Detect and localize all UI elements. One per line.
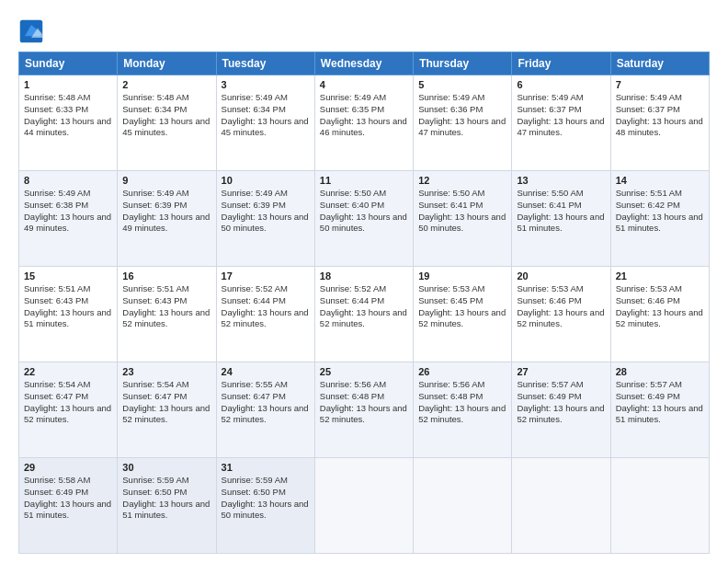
day-number: 12: [418, 175, 506, 186]
day-number: 3: [222, 79, 310, 90]
day-number: 1: [24, 79, 112, 90]
calendar-cell: 4Sunrise: 5:49 AMSunset: 6:35 PMDaylight…: [314, 75, 413, 171]
cell-content: Sunrise: 5:54 AMSunset: 6:47 PMDaylight:…: [24, 379, 112, 426]
cell-content: Sunrise: 5:49 AMSunset: 6:37 PMDaylight:…: [517, 92, 605, 139]
calendar-header-row: SundayMondayTuesdayWednesdayThursdayFrid…: [19, 52, 710, 75]
day-number: 8: [24, 175, 112, 186]
calendar-cell: 2Sunrise: 5:48 AMSunset: 6:34 PMDaylight…: [118, 75, 216, 171]
calendar-cell: 13Sunrise: 5:50 AMSunset: 6:41 PMDayligh…: [512, 171, 610, 267]
cell-content: Sunrise: 5:59 AMSunset: 6:50 PMDaylight:…: [122, 475, 210, 522]
cell-content: Sunrise: 5:58 AMSunset: 6:49 PMDaylight:…: [24, 475, 112, 522]
calendar-cell: 9Sunrise: 5:49 AMSunset: 6:39 PMDaylight…: [118, 171, 216, 267]
calendar-cell: [610, 458, 709, 554]
calendar-cell: 6Sunrise: 5:49 AMSunset: 6:37 PMDaylight…: [512, 75, 610, 171]
calendar-header-thursday: Thursday: [414, 52, 512, 75]
calendar-table: SundayMondayTuesdayWednesdayThursdayFrid…: [18, 52, 710, 554]
cell-content: Sunrise: 5:52 AMSunset: 6:44 PMDaylight:…: [320, 283, 408, 330]
calendar-cell: 10Sunrise: 5:49 AMSunset: 6:39 PMDayligh…: [216, 171, 314, 267]
day-number: 17: [222, 270, 310, 282]
day-number: 26: [418, 366, 506, 377]
cell-content: Sunrise: 5:49 AMSunset: 6:37 PMDaylight:…: [616, 92, 704, 139]
calendar-cell: [314, 458, 413, 554]
cell-content: Sunrise: 5:51 AMSunset: 6:43 PMDaylight:…: [24, 283, 112, 330]
cell-content: Sunrise: 5:53 AMSunset: 6:45 PMDaylight:…: [418, 283, 506, 330]
calendar-header-saturday: Saturday: [610, 52, 709, 75]
calendar-cell: 30Sunrise: 5:59 AMSunset: 6:50 PMDayligh…: [118, 458, 216, 554]
day-number: 6: [517, 79, 605, 90]
cell-content: Sunrise: 5:50 AMSunset: 6:40 PMDaylight:…: [320, 188, 408, 235]
day-number: 29: [24, 462, 112, 473]
calendar-cell: 17Sunrise: 5:52 AMSunset: 6:44 PMDayligh…: [216, 267, 314, 362]
cell-content: Sunrise: 5:49 AMSunset: 6:39 PMDaylight:…: [122, 188, 210, 235]
calendar-header-tuesday: Tuesday: [216, 52, 314, 75]
calendar-cell: 8Sunrise: 5:49 AMSunset: 6:38 PMDaylight…: [19, 171, 118, 267]
day-number: 23: [122, 366, 210, 377]
calendar-cell: 27Sunrise: 5:57 AMSunset: 6:49 PMDayligh…: [512, 362, 610, 458]
cell-content: Sunrise: 5:53 AMSunset: 6:46 PMDaylight:…: [616, 283, 704, 330]
day-number: 30: [122, 462, 210, 473]
calendar-cell: 5Sunrise: 5:49 AMSunset: 6:36 PMDaylight…: [414, 75, 512, 171]
cell-content: Sunrise: 5:55 AMSunset: 6:47 PMDaylight:…: [222, 379, 310, 426]
calendar-header-friday: Friday: [512, 52, 610, 75]
cell-content: Sunrise: 5:54 AMSunset: 6:47 PMDaylight:…: [122, 379, 210, 426]
calendar-header-monday: Monday: [118, 52, 216, 75]
cell-content: Sunrise: 5:56 AMSunset: 6:48 PMDaylight:…: [418, 379, 506, 426]
cell-content: Sunrise: 5:50 AMSunset: 6:41 PMDaylight:…: [418, 188, 506, 235]
calendar-header-wednesday: Wednesday: [314, 52, 413, 75]
cell-content: Sunrise: 5:49 AMSunset: 6:36 PMDaylight:…: [418, 92, 506, 139]
day-number: 2: [122, 79, 210, 90]
calendar-week-row: 8Sunrise: 5:49 AMSunset: 6:38 PMDaylight…: [19, 171, 710, 267]
cell-content: Sunrise: 5:57 AMSunset: 6:49 PMDaylight:…: [616, 379, 704, 426]
calendar-cell: 12Sunrise: 5:50 AMSunset: 6:41 PMDayligh…: [414, 171, 512, 267]
cell-content: Sunrise: 5:49 AMSunset: 6:38 PMDaylight:…: [24, 188, 112, 235]
day-number: 19: [418, 270, 506, 282]
page: SundayMondayTuesdayWednesdayThursdayFrid…: [0, 0, 728, 563]
calendar-cell: 7Sunrise: 5:49 AMSunset: 6:37 PMDaylight…: [610, 75, 709, 171]
calendar-cell: 26Sunrise: 5:56 AMSunset: 6:48 PMDayligh…: [414, 362, 512, 458]
calendar-cell: [512, 458, 610, 554]
day-number: 7: [616, 79, 704, 90]
day-number: 28: [616, 366, 704, 377]
calendar-cell: 23Sunrise: 5:54 AMSunset: 6:47 PMDayligh…: [118, 362, 216, 458]
calendar-cell: 16Sunrise: 5:51 AMSunset: 6:43 PMDayligh…: [118, 267, 216, 362]
cell-content: Sunrise: 5:49 AMSunset: 6:35 PMDaylight:…: [320, 92, 408, 139]
day-number: 25: [320, 366, 408, 377]
day-number: 11: [320, 175, 408, 186]
cell-content: Sunrise: 5:56 AMSunset: 6:48 PMDaylight:…: [320, 379, 408, 426]
cell-content: Sunrise: 5:48 AMSunset: 6:34 PMDaylight:…: [122, 92, 210, 139]
calendar-cell: 11Sunrise: 5:50 AMSunset: 6:40 PMDayligh…: [314, 171, 413, 267]
cell-content: Sunrise: 5:51 AMSunset: 6:42 PMDaylight:…: [616, 188, 704, 235]
day-number: 27: [517, 366, 605, 377]
logo: [18, 18, 48, 44]
cell-content: Sunrise: 5:49 AMSunset: 6:34 PMDaylight:…: [222, 92, 310, 139]
cell-content: Sunrise: 5:48 AMSunset: 6:33 PMDaylight:…: [24, 92, 112, 139]
calendar-cell: 15Sunrise: 5:51 AMSunset: 6:43 PMDayligh…: [19, 267, 118, 362]
calendar-cell: 28Sunrise: 5:57 AMSunset: 6:49 PMDayligh…: [610, 362, 709, 458]
calendar-cell: 14Sunrise: 5:51 AMSunset: 6:42 PMDayligh…: [610, 171, 709, 267]
calendar-cell: 3Sunrise: 5:49 AMSunset: 6:34 PMDaylight…: [216, 75, 314, 171]
day-number: 5: [418, 79, 506, 90]
cell-content: Sunrise: 5:51 AMSunset: 6:43 PMDaylight:…: [122, 283, 210, 330]
day-number: 18: [320, 270, 408, 282]
calendar-cell: 24Sunrise: 5:55 AMSunset: 6:47 PMDayligh…: [216, 362, 314, 458]
day-number: 13: [517, 175, 605, 186]
calendar-header-sunday: Sunday: [19, 52, 118, 75]
day-number: 20: [517, 270, 605, 282]
calendar-week-row: 22Sunrise: 5:54 AMSunset: 6:47 PMDayligh…: [19, 362, 710, 458]
calendar-cell: 22Sunrise: 5:54 AMSunset: 6:47 PMDayligh…: [19, 362, 118, 458]
day-number: 14: [616, 175, 704, 186]
calendar-cell: 19Sunrise: 5:53 AMSunset: 6:45 PMDayligh…: [414, 267, 512, 362]
day-number: 31: [222, 462, 310, 473]
calendar-cell: 31Sunrise: 5:59 AMSunset: 6:50 PMDayligh…: [216, 458, 314, 554]
cell-content: Sunrise: 5:53 AMSunset: 6:46 PMDaylight:…: [517, 283, 605, 330]
calendar-cell: 20Sunrise: 5:53 AMSunset: 6:46 PMDayligh…: [512, 267, 610, 362]
cell-content: Sunrise: 5:52 AMSunset: 6:44 PMDaylight:…: [222, 283, 310, 330]
calendar-cell: 25Sunrise: 5:56 AMSunset: 6:48 PMDayligh…: [314, 362, 413, 458]
calendar-cell: 1Sunrise: 5:48 AMSunset: 6:33 PMDaylight…: [19, 75, 118, 171]
calendar-week-row: 29Sunrise: 5:58 AMSunset: 6:49 PMDayligh…: [19, 458, 710, 554]
day-number: 16: [122, 270, 210, 282]
cell-content: Sunrise: 5:59 AMSunset: 6:50 PMDaylight:…: [222, 475, 310, 522]
header: [18, 15, 710, 44]
day-number: 9: [122, 175, 210, 186]
day-number: 22: [24, 366, 112, 377]
